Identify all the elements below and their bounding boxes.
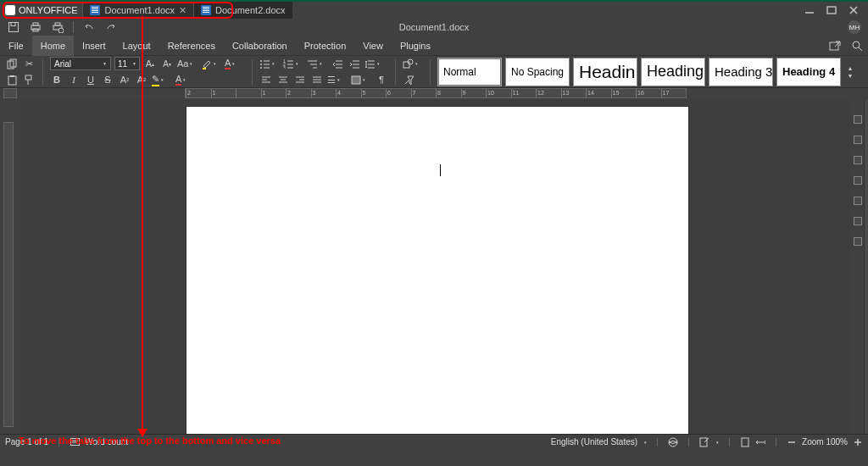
font-name-select[interactable]: Arial▼ (50, 57, 111, 70)
ruler-row: 211234567891011121314151617 (0, 88, 868, 100)
menu-layout[interactable]: Layout (114, 36, 159, 56)
bullet-list-icon[interactable]: ▾ (259, 57, 280, 70)
shape-settings-icon[interactable] (854, 197, 862, 205)
font-color-2-icon[interactable]: A▾ (175, 73, 196, 86)
work-area (0, 100, 868, 434)
style-heading-3[interactable]: Heading 3 (709, 58, 773, 86)
shading-icon[interactable]: ▾ (351, 73, 371, 86)
page-1[interactable] (186, 107, 688, 434)
chart-settings-icon[interactable] (854, 217, 862, 225)
menu-home[interactable]: Home (32, 36, 74, 56)
change-case-icon[interactable]: Aa▾ (177, 57, 198, 70)
fit-page-icon[interactable] (740, 437, 750, 447)
minimize-button[interactable] (804, 4, 815, 16)
search-icon[interactable] (851, 40, 863, 52)
strikethrough-button[interactable]: S (101, 73, 114, 86)
font-color-icon[interactable]: A▾ (225, 57, 245, 70)
document-canvas[interactable] (20, 100, 852, 434)
word-count-label[interactable]: Word count (85, 437, 128, 447)
svg-point-13 (853, 42, 860, 48)
line-spacing-icon[interactable]: ▾ (364, 57, 385, 70)
zoom-out-icon[interactable] (787, 437, 797, 447)
vertical-ruler[interactable] (3, 122, 14, 427)
horizontal-ruler[interactable]: 211234567891011121314151617 (185, 88, 687, 98)
numbered-list-icon[interactable]: 123▾ (283, 57, 303, 70)
wordcount-icon (70, 437, 80, 447)
style-heading-4[interactable]: Heading 4 (776, 58, 841, 86)
undo-icon[interactable] (82, 21, 96, 33)
style-heading-2[interactable]: Heading (641, 58, 705, 86)
align-justify-icon[interactable] (310, 73, 324, 86)
textart-settings-icon[interactable] (854, 237, 862, 246)
save-icon[interactable] (7, 21, 20, 33)
fit-width-icon[interactable] (755, 437, 765, 447)
quick-print-icon[interactable] (51, 21, 64, 33)
image-settings-icon[interactable] (854, 156, 862, 164)
right-panel-grip[interactable] (864, 100, 868, 434)
copy-icon[interactable] (5, 57, 19, 70)
nonprinting-icon[interactable]: ☰▾ (327, 73, 348, 86)
open-location-icon[interactable] (829, 40, 841, 52)
header-settings-icon[interactable] (854, 176, 862, 185)
svg-rect-67 (742, 438, 748, 447)
language-label[interactable]: English (United States) (551, 437, 637, 447)
menu-file[interactable]: File (0, 36, 32, 56)
table-settings-icon[interactable] (854, 136, 862, 144)
paste-icon[interactable] (5, 73, 19, 86)
style-gallery-more[interactable]: ▲▼ (844, 58, 856, 86)
svg-rect-58 (352, 76, 360, 84)
highlight-color-icon[interactable]: ▾ (201, 57, 221, 70)
redo-icon[interactable] (104, 21, 118, 33)
maximize-button[interactable] (826, 4, 837, 16)
doc-tab-1[interactable]: Document1.docx ✕ (82, 2, 193, 19)
svg-point-11 (58, 28, 64, 33)
menu-collaboration[interactable]: Collaboration (224, 36, 296, 56)
decrease-indent-icon[interactable] (331, 57, 344, 70)
style-no-spacing[interactable]: No Spacing (505, 58, 570, 86)
align-left-icon[interactable] (259, 73, 273, 86)
menu-plugins[interactable]: Plugins (392, 36, 439, 56)
menu-protection[interactable]: Protection (296, 36, 355, 56)
insert-shape-icon[interactable]: ▾ (403, 57, 423, 70)
style-normal[interactable]: Normal (437, 58, 502, 86)
superscript-button[interactable]: A2 (118, 73, 131, 86)
align-center-icon[interactable] (276, 73, 290, 86)
cut-icon[interactable]: ✂ (22, 57, 36, 70)
bold-button[interactable]: B (50, 73, 64, 86)
menu-view[interactable]: View (354, 36, 392, 56)
menu-references[interactable]: References (159, 36, 224, 56)
zoom-in-icon[interactable] (853, 437, 863, 447)
svg-rect-5 (11, 23, 15, 26)
quick-access-toolbar: Document1.docx MH (0, 19, 868, 36)
format-painter-icon[interactable] (22, 73, 36, 86)
svg-point-22 (260, 60, 262, 62)
increase-indent-icon[interactable] (348, 57, 361, 70)
underline-button[interactable]: U (84, 73, 97, 86)
italic-button[interactable]: I (67, 73, 81, 86)
paragraph-settings-icon[interactable] (854, 115, 862, 124)
track-changes-icon[interactable] (699, 437, 709, 447)
decrease-font-icon[interactable]: A▾ (160, 57, 174, 70)
highlight-2-icon[interactable]: ✎▾ (152, 73, 172, 86)
close-tab-icon[interactable]: ✕ (179, 5, 186, 16)
subscript-button[interactable]: A2 (135, 73, 148, 86)
font-size-select[interactable]: 11▼ (114, 57, 140, 70)
increase-font-icon[interactable]: A▴ (143, 57, 157, 70)
print-icon[interactable] (29, 21, 42, 33)
multilevel-list-icon[interactable]: ▾ (307, 57, 327, 70)
brand: ONLYOFFICE (0, 2, 82, 19)
paragraph-mark-icon[interactable]: ¶ (375, 73, 388, 86)
active-document-title: Document1.docx (0, 22, 868, 32)
page-indicator[interactable]: Page 1 of 1 (5, 437, 48, 447)
ruler-corner (3, 88, 17, 98)
right-side-panel (852, 100, 864, 434)
clear-style-icon[interactable] (403, 73, 416, 86)
spellcheck-icon[interactable] (668, 437, 678, 447)
close-window-button[interactable] (848, 4, 860, 16)
zoom-label[interactable]: Zoom 100% (802, 437, 848, 447)
style-heading-1[interactable]: Headin (573, 58, 637, 86)
doc-tab-2[interactable]: Document2.docx (193, 2, 292, 19)
user-avatar[interactable]: MH (848, 20, 861, 34)
menu-insert[interactable]: Insert (74, 36, 114, 56)
align-right-icon[interactable] (293, 73, 307, 86)
